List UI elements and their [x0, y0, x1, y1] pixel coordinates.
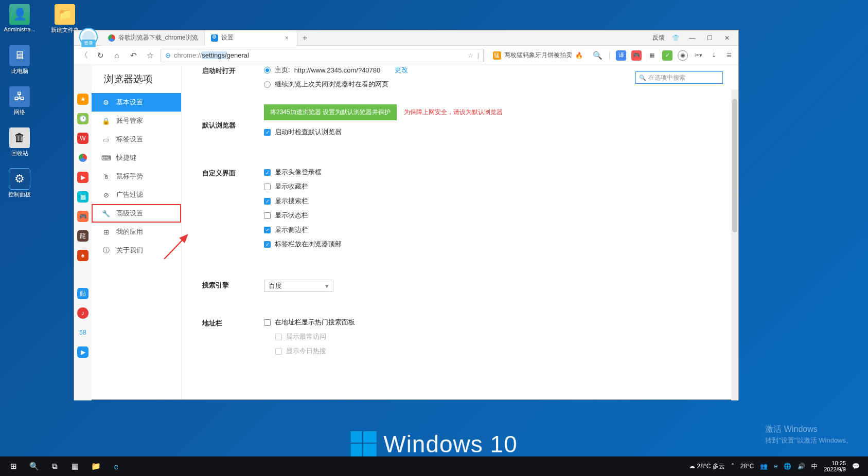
rail-game2-icon[interactable]: ♠	[77, 250, 88, 261]
apps-icon[interactable]: ▦	[647, 50, 657, 61]
nav-tabs[interactable]: ▭标签设置	[92, 130, 181, 149]
weather-alt[interactable]: 28°C	[740, 463, 754, 470]
settings-search-input[interactable]: 在选项中搜索	[635, 71, 723, 84]
check-most-visited[interactable]: 显示最常访问	[275, 332, 723, 341]
address-bar[interactable]: ⊕ chrome://settings/general ☆|	[161, 49, 484, 62]
refresh-button[interactable]: ↻	[95, 50, 106, 61]
nav-label: 我的应用	[116, 227, 143, 236]
desktop-icon-control-panel[interactable]: ⚙控制面板	[4, 169, 35, 198]
desktop-icon-pc[interactable]: 🖥此电脑	[4, 45, 35, 75]
clock[interactable]: 10:25 2022/9/9	[824, 460, 846, 472]
undo-button[interactable]: ↶	[128, 50, 139, 61]
star-icon[interactable]: ☆	[468, 52, 473, 59]
settings-icon	[211, 34, 218, 42]
promo-bar[interactable]: 猛 两枚猛犸象牙月饼被拍卖 🔥	[489, 51, 587, 60]
ext-green-icon[interactable]: ✓	[662, 50, 672, 61]
browser-tray-icon[interactable]: e	[774, 463, 777, 470]
nav-basic-settings[interactable]: ⚙基本设置	[92, 93, 181, 112]
volume-icon[interactable]: 🔊	[798, 463, 805, 470]
rail-58-icon[interactable]: 58	[77, 327, 88, 338]
feedback-link[interactable]: 反馈	[652, 33, 665, 42]
desktop-icon-network[interactable]: 🖧网络	[4, 86, 35, 116]
game-icon[interactable]: 🎮	[631, 50, 642, 61]
edge-button[interactable]: e	[106, 458, 127, 474]
checkbox-icon	[264, 319, 271, 326]
scrollbar[interactable]	[731, 89, 738, 400]
nav-my-apps[interactable]: ⊞我的应用	[92, 223, 181, 241]
search-button[interactable]: 🔍	[24, 458, 44, 474]
radio-icon	[264, 81, 271, 88]
nav-account[interactable]: 🔒账号管家	[92, 112, 181, 130]
search-icon[interactable]: 🔍	[592, 50, 604, 61]
rail-pdf-icon[interactable]: W	[77, 133, 88, 144]
home-button[interactable]: ⌂	[111, 50, 122, 61]
check-favorites[interactable]: 显示收藏栏	[264, 182, 723, 191]
tab-bar: 登录 谷歌浏览器下载_chrome浏览 设置 × + 反馈 👕 — ☐ ✕	[74, 30, 738, 46]
rail-music-icon[interactable]: ♪	[77, 307, 88, 319]
close-tab-icon[interactable]: ×	[283, 34, 291, 42]
back-button[interactable]: 〈	[78, 50, 90, 61]
tab-settings[interactable]: 设置 ×	[205, 30, 297, 46]
close-button[interactable]: ✕	[722, 34, 732, 42]
check-avatar[interactable]: 显示头像登录框	[264, 168, 723, 177]
search-engine-select[interactable]: 百度	[264, 280, 333, 292]
promo-text: 两枚猛犸象牙月饼被拍卖	[504, 51, 572, 60]
weather-widget[interactable]: ☁28°C 多云	[689, 462, 725, 471]
radio-icon	[264, 67, 271, 74]
scissors-icon[interactable]: ✂▾	[693, 50, 703, 61]
nav-adblock[interactable]: ⊘广告过滤	[92, 186, 181, 204]
control-panel-icon: ⚙	[9, 169, 30, 189]
change-link[interactable]: 更改	[395, 65, 408, 75]
notification-icon[interactable]: 💬	[852, 463, 860, 470]
task-view-button[interactable]: ⧉	[44, 458, 65, 474]
chrome-icon	[108, 34, 115, 42]
rail-video-icon[interactable]: ▶	[77, 172, 88, 183]
translate-icon[interactable]: 译	[616, 50, 626, 61]
nav-shortcuts[interactable]: ⌨快捷键	[92, 149, 181, 167]
rail-chrome-icon[interactable]	[77, 152, 88, 163]
start-button[interactable]: ⊞	[3, 458, 24, 474]
toolbar: 〈 ↻ ⌂ ↶ ☆ ⊕ chrome://settings/general ☆|…	[74, 46, 738, 65]
explorer-button[interactable]: 📁	[85, 458, 106, 474]
tab-chrome-download[interactable]: 谷歌浏览器下载_chrome浏览	[102, 30, 205, 46]
menu-icon[interactable]: ☰	[724, 50, 734, 61]
desktop-icon-admin[interactable]: 👤Administra...	[4, 4, 35, 34]
check-hot-search[interactable]: 在地址栏显示热门搜索面板	[264, 318, 723, 327]
rail-dragon-icon[interactable]: 龍	[77, 230, 88, 242]
info-icon: ⓘ	[102, 246, 110, 254]
nav-about[interactable]: ⓘ关于我们	[92, 241, 181, 260]
nav-advanced[interactable]: 🔧高级设置	[92, 204, 181, 223]
ime-indicator[interactable]: 中	[811, 462, 818, 471]
minimize-button[interactable]: —	[687, 34, 697, 42]
check-tabs-top[interactable]: 标签栏放在浏览器顶部	[264, 240, 723, 249]
apps-button[interactable]: ▦	[65, 458, 85, 474]
check-startup-default[interactable]: 启动时检查默认浏览器	[264, 127, 723, 137]
maximize-button[interactable]: ☐	[704, 34, 715, 42]
add-tab-button[interactable]: +	[297, 33, 312, 43]
checkbox-icon	[264, 184, 271, 190]
check-today-hot[interactable]: 显示今日热搜	[275, 346, 723, 356]
check-searchbar[interactable]: 显示搜索栏	[264, 196, 723, 206]
rail-tv-icon[interactable]: ▶	[77, 346, 88, 358]
chevron-up-icon[interactable]: ˄	[731, 463, 734, 470]
people-icon[interactable]: 👥	[760, 463, 768, 470]
nav-gestures[interactable]: 🖱鼠标手势	[92, 167, 181, 186]
rail-paste-icon[interactable]: 贴	[77, 288, 88, 299]
check-statusbar[interactable]: 显示状态栏	[264, 211, 723, 220]
nav-label: 关于我们	[116, 246, 143, 255]
rail-app-icon[interactable]: ▦	[77, 191, 88, 203]
rail-game1-icon[interactable]: 🎮	[77, 211, 88, 222]
rail-star-icon[interactable]: ★	[77, 94, 88, 105]
tab-title: 谷歌浏览器下载_chrome浏览	[118, 33, 198, 42]
desktop-icon-recycle[interactable]: 🗑回收站	[4, 127, 35, 157]
network-tray-icon[interactable]: 🌐	[784, 463, 791, 470]
download-icon[interactable]: ⤓	[708, 50, 719, 61]
skin-icon[interactable]: 👕	[672, 34, 680, 42]
login-avatar[interactable]: 登录	[79, 28, 98, 46]
check-sidebar[interactable]: 显示侧边栏	[264, 225, 723, 234]
record-icon[interactable]: ◉	[678, 50, 688, 61]
set-default-button[interactable]: 将2345加速浏览器 设置为默认浏览器并保护	[264, 104, 397, 120]
icon-label: 回收站	[11, 150, 28, 157]
favorite-button[interactable]: ☆	[144, 50, 155, 61]
rail-clock-icon[interactable]: 🕐	[77, 113, 88, 124]
